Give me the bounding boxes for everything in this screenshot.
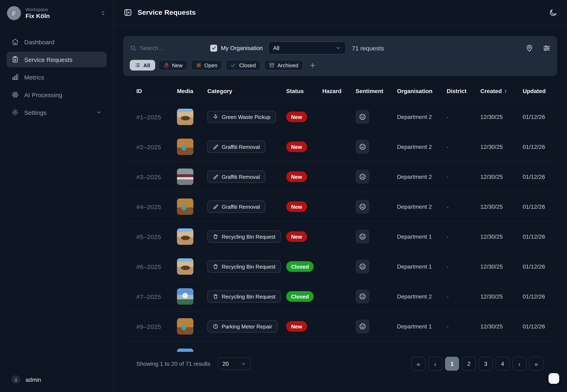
- district-cell: -: [447, 233, 480, 240]
- category-label: Recycling Bin Request: [222, 264, 275, 270]
- district-cell: -: [447, 173, 480, 180]
- workspace-name: Fix Köln: [26, 12, 50, 19]
- map-pin-icon[interactable]: [525, 44, 533, 52]
- created-cell: 12/30/25: [480, 293, 523, 300]
- paintbrush-icon: [213, 204, 218, 210]
- media-thumbnail[interactable]: [177, 258, 193, 275]
- page-button-2[interactable]: 2: [462, 357, 476, 371]
- user-menu[interactable]: a admin: [0, 369, 113, 392]
- media-thumbnail[interactable]: [177, 318, 193, 335]
- column-header-created[interactable]: Created ↑: [480, 87, 523, 94]
- sidebar-collapse-icon[interactable]: [124, 8, 132, 17]
- search-input[interactable]: [140, 45, 202, 51]
- table-row[interactable]: #6–2025 Recycling Bin Request Closed: [123, 252, 557, 282]
- media-thumbnail[interactable]: [177, 168, 193, 185]
- created-cell: 12/30/25: [480, 263, 523, 270]
- column-header-id[interactable]: ID: [136, 87, 177, 94]
- column-header-status[interactable]: Status: [286, 87, 322, 94]
- gear-icon: [196, 62, 201, 68]
- media-thumbnail[interactable]: [177, 228, 193, 245]
- sidebar-item-settings[interactable]: Settings: [7, 105, 107, 120]
- media-thumbnail[interactable]: [177, 348, 193, 352]
- page-button-3[interactable]: 3: [479, 357, 493, 371]
- page-button-4[interactable]: 4: [495, 357, 509, 371]
- paintbrush-icon: [213, 174, 218, 180]
- organisation-select[interactable]: All: [268, 42, 346, 55]
- filter-tab-open[interactable]: Open: [191, 60, 222, 70]
- updated-cell: 01/12/26: [523, 293, 557, 300]
- media-thumbnail[interactable]: [177, 288, 193, 305]
- page-size-select[interactable]: 20: [218, 358, 251, 370]
- table-row[interactable]: #3–2025 Graffiti Removal New Departme: [123, 162, 557, 192]
- updated-cell: 01/12/26: [523, 113, 557, 120]
- media-thumbnail[interactable]: [177, 198, 193, 215]
- column-header-category[interactable]: Category: [207, 87, 286, 94]
- sentiment-neutral-icon: [356, 200, 370, 214]
- table-row[interactable]: #2–2025 Graffiti Removal New Departme: [123, 132, 557, 162]
- updated-cell: 01/12/26: [523, 203, 557, 210]
- organisation-select-value: All: [273, 45, 279, 51]
- trash-icon: [213, 294, 218, 299]
- category-label: Graffiti Removal: [222, 174, 260, 180]
- sidebar-item-ai-processing[interactable]: AI Processing: [7, 87, 107, 102]
- request-id: #4–2025: [136, 203, 177, 210]
- next-page-button[interactable]: ›: [512, 357, 526, 371]
- district-cell: -: [447, 293, 480, 300]
- request-id: #6–2025: [136, 263, 177, 270]
- sliders-icon[interactable]: [543, 44, 551, 52]
- sidebar-item-label: AI Processing: [24, 91, 62, 98]
- created-cell: 12/30/25: [480, 203, 523, 210]
- category-chip[interactable]: Parking Meter Repair: [207, 320, 278, 333]
- last-page-button[interactable]: »: [529, 357, 543, 371]
- pagination: « ‹ 1 2 3 4 › »: [411, 357, 543, 371]
- table-row[interactable]: #7–2025 Recycling Bin Request Closed: [123, 282, 557, 312]
- filter-tab-archived[interactable]: Archived: [264, 60, 303, 70]
- column-header-updated[interactable]: Updated: [523, 87, 557, 94]
- search-icon: [130, 45, 136, 51]
- trash-icon: [213, 234, 218, 239]
- created-cell: 12/30/25: [480, 113, 523, 120]
- sentiment-neutral-icon: [356, 170, 370, 184]
- column-header-hazard[interactable]: Hazard: [322, 87, 356, 94]
- category-label: Graffiti Removal: [222, 204, 260, 210]
- add-filter-button[interactable]: [309, 62, 316, 69]
- table-row[interactable]: #1–2025 Green Waste Pickup New Depart: [123, 102, 557, 132]
- category-chip[interactable]: Graffiti Removal: [207, 170, 265, 183]
- my-organisation-toggle[interactable]: My Organisation: [210, 44, 263, 52]
- category-chip[interactable]: Graffiti Removal: [207, 200, 265, 213]
- moon-icon[interactable]: [549, 8, 557, 17]
- floating-action-button[interactable]: [549, 373, 559, 384]
- filter-tab-all[interactable]: All: [130, 60, 155, 70]
- filter-tab-new[interactable]: New: [158, 60, 187, 70]
- category-chip[interactable]: Graffiti Removal: [207, 141, 265, 153]
- prev-page-button[interactable]: ‹: [428, 357, 442, 371]
- sidebar-item-metrics[interactable]: Metrics: [7, 69, 107, 85]
- media-thumbnail[interactable]: [177, 139, 193, 155]
- sidebar-item-service-requests[interactable]: Service Requests: [7, 52, 107, 67]
- category-chip[interactable]: Recycling Bin Request: [207, 230, 281, 243]
- my-organisation-checkbox[interactable]: [210, 44, 217, 52]
- media-thumbnail[interactable]: [177, 109, 193, 125]
- workspace-switcher[interactable]: F Workspace Fix Köln: [0, 0, 113, 23]
- category-chip[interactable]: Recycling Bin Request: [207, 290, 281, 303]
- column-header-sentiment[interactable]: Sentiment: [356, 87, 397, 94]
- category-label: Recycling Bin Request: [222, 293, 275, 300]
- status-badge: New: [286, 171, 307, 182]
- organisation-cell: Department 2: [397, 173, 447, 180]
- category-label: Parking Meter Repair: [222, 323, 272, 329]
- table-row[interactable]: #9–2025 Parking Meter Repair New Depa: [123, 312, 557, 342]
- request-id: #9–2025: [136, 323, 177, 330]
- column-header-organisation[interactable]: Organisation: [397, 87, 447, 94]
- category-chip[interactable]: Green Waste Pickup: [207, 111, 276, 123]
- sidebar-item-dashboard[interactable]: Dashboard: [7, 34, 107, 50]
- table-row[interactable]: #4–2025 Graffiti Removal New Departme: [123, 192, 557, 222]
- category-chip[interactable]: Recycling Bin Request: [207, 260, 281, 273]
- table-row[interactable]: [123, 342, 557, 352]
- column-header-district[interactable]: District: [447, 87, 480, 94]
- filter-tab-label: All: [143, 62, 150, 68]
- first-page-button[interactable]: «: [411, 357, 425, 371]
- column-header-media[interactable]: Media: [177, 87, 207, 94]
- page-button-1[interactable]: 1: [445, 357, 459, 371]
- filter-tab-closed[interactable]: Closed: [226, 60, 261, 70]
- table-row[interactable]: #5–2025 Recycling Bin Request New Dep: [123, 222, 557, 252]
